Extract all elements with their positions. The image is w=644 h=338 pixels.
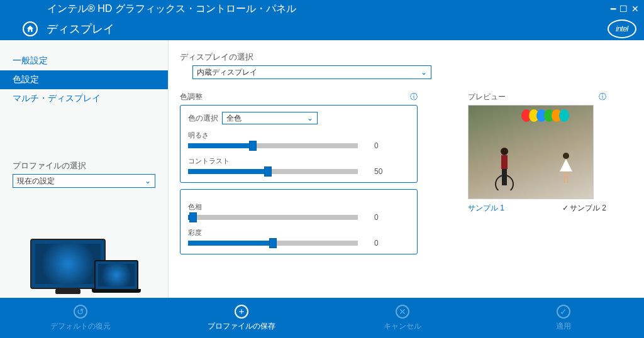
svg-rect-2 (502, 169, 504, 185)
save-profile-button[interactable]: ＋ プロファイルの保存 (188, 305, 295, 332)
adjust-label: 色調整 (180, 92, 203, 102)
hs-slider-1: 彩度0 (188, 228, 409, 248)
laptop-icon (94, 260, 138, 290)
maximize-icon[interactable]: ☐ (619, 4, 628, 14)
title-bar: インテル® HD グラフィックス・コントロール・パネル ━ ☐ ✕ (0, 0, 644, 18)
profile-select[interactable]: 現在の設定 ⌄ (13, 174, 155, 188)
display-select-label: ディスプレイの選択 (180, 52, 638, 63)
slider-track[interactable] (188, 241, 358, 246)
svg-rect-7 (567, 172, 569, 183)
sample-1-link[interactable]: サンプル 1 (468, 203, 504, 214)
cancel-button[interactable]: ✕ キャンセル (349, 305, 456, 332)
close-icon[interactable]: ✕ (631, 4, 639, 14)
undo-icon: ↺ (74, 305, 87, 319)
section-title: ディスプレイ (47, 21, 114, 36)
profile-select-value: 現在の設定 (17, 176, 55, 187)
sidebar-item-color[interactable]: 色設定 (0, 70, 168, 89)
preview-image (468, 105, 594, 199)
help-icon[interactable]: ⓘ (599, 92, 606, 102)
brightness-contrast-panel: 色の選択 全色 ⌄ 明るさ0コントラスト50 (180, 105, 418, 183)
hue-saturation-panel: 色相0彩度0 (180, 189, 418, 254)
check-icon: ✓ (557, 305, 570, 319)
slider-label: 色相 (188, 202, 409, 212)
bc-slider-1: コントラスト50 (188, 156, 409, 176)
chevron-down-icon: ⌄ (145, 177, 151, 185)
chevron-down-icon: ⌄ (307, 114, 313, 123)
app-title: インテル® HD グラフィックス・コントロール・パネル (47, 3, 296, 16)
display-select[interactable]: 内蔵ディスプレイ ⌄ (192, 65, 431, 79)
slider-value: 0 (374, 213, 399, 222)
window-controls: ━ ☐ ✕ (611, 4, 639, 14)
slider-track[interactable] (188, 143, 358, 148)
help-icon[interactable]: ⓘ (410, 92, 418, 102)
footer-bar: ↺ デフォルトの復元 ＋ プロファイルの保存 ✕ キャンセル ✓ 適用 (0, 298, 644, 338)
preview-label: プレビュー (468, 92, 506, 102)
balloon-icon (559, 109, 569, 122)
slider-thumb[interactable] (264, 166, 272, 177)
color-channel-select[interactable]: 全色 ⌄ (222, 112, 318, 124)
home-button[interactable] (23, 21, 38, 36)
sample-2-active[interactable]: サンプル 2 (562, 203, 606, 214)
slider-label: 彩度 (188, 228, 409, 237)
main-panel: ディスプレイの選択 内蔵ディスプレイ ⌄ 色調整 ⓘ 色の選択 全色 ⌄ (169, 40, 644, 298)
slider-track[interactable] (188, 215, 358, 220)
hs-slider-0: 色相0 (188, 202, 409, 222)
chevron-down-icon: ⌄ (421, 68, 427, 77)
slider-label: 明るさ (188, 131, 409, 140)
svg-rect-1 (501, 155, 508, 169)
slider-label: コントラスト (188, 156, 409, 166)
home-icon (26, 25, 35, 33)
svg-point-5 (563, 153, 569, 159)
preview-column: プレビュー ⓘ サンプル 1 サンプル 2 (468, 92, 606, 261)
profile-section: プロファイルの選択 現在の設定 ⌄ (0, 160, 168, 298)
profile-label: プロファイルの選択 (0, 160, 168, 174)
sidebar-nav: 一般設定 色設定 マルチ・ディスプレイ (0, 40, 168, 108)
slider-thumb[interactable] (269, 238, 277, 248)
bc-slider-0: 明るさ0 (188, 131, 409, 150)
apply-button[interactable]: ✓ 適用 (510, 305, 617, 332)
color-select-label: 色の選択 (188, 113, 218, 124)
color-adjust-column: 色調整 ⓘ 色の選択 全色 ⌄ 明るさ0コントラスト50 色相0彩度0 (180, 92, 418, 261)
intel-logo: intel (608, 19, 636, 38)
balloons-icon (524, 109, 569, 122)
slider-value: 50 (374, 167, 399, 176)
slider-thumb[interactable] (189, 212, 197, 222)
close-icon: ✕ (396, 305, 409, 319)
plus-icon: ＋ (235, 305, 248, 319)
svg-rect-6 (564, 172, 565, 183)
sidebar-item-general[interactable]: 一般設定 (0, 52, 168, 70)
svg-point-0 (501, 148, 508, 155)
hardware-illustration (0, 188, 168, 298)
slider-value: 0 (374, 141, 399, 150)
sidebar: 一般設定 色設定 マルチ・ディスプレイ プロファイルの選択 現在の設定 ⌄ (0, 40, 169, 298)
display-select-value: 内蔵ディスプレイ (197, 67, 257, 78)
person-icon (495, 146, 513, 192)
person-icon (557, 151, 574, 191)
sidebar-item-multi-display[interactable]: マルチ・ディスプレイ (0, 89, 168, 108)
slider-thumb[interactable] (249, 141, 257, 151)
slider-value: 0 (374, 239, 399, 248)
slider-track[interactable] (188, 169, 358, 174)
minimize-icon[interactable]: ━ (611, 4, 616, 14)
restore-defaults-button[interactable]: ↺ デフォルトの復元 (27, 305, 134, 332)
section-header: ディスプレイ intel (0, 18, 644, 40)
svg-rect-3 (504, 169, 507, 185)
